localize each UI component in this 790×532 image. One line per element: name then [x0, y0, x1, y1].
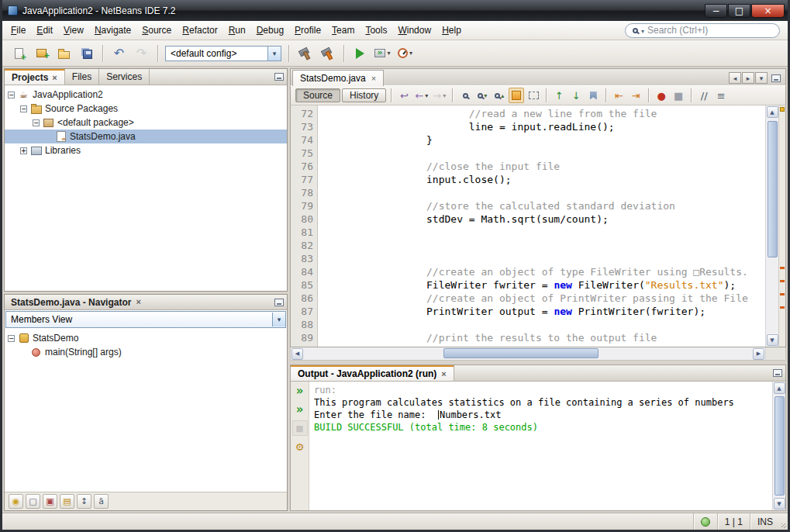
minimize-button[interactable]: −: [705, 4, 727, 18]
tab-output-run[interactable]: Output - JavaApplication2 (run): [291, 365, 454, 381]
tab-services[interactable]: Services: [99, 69, 150, 85]
tree-item-javaapplication2[interactable]: −JavaApplication2: [5, 88, 287, 102]
close-icon[interactable]: [441, 370, 446, 378]
maximize-button[interactable]: □: [728, 4, 750, 18]
forward-button[interactable]: →▾: [431, 88, 447, 103]
menu-tools[interactable]: Tools: [360, 22, 392, 39]
scroll-up-icon[interactable]: [767, 106, 778, 118]
format-code-button[interactable]: ≡: [713, 88, 729, 103]
tree-item-main-string-args[interactable]: main(String[] args): [5, 345, 287, 359]
resize-grip[interactable]: [780, 513, 788, 530]
scroll-left-icon[interactable]: [292, 348, 303, 360]
close-icon[interactable]: [52, 74, 57, 82]
search-input[interactable]: Search (Ctrl+I): [625, 23, 780, 38]
menu-view[interactable]: View: [58, 22, 89, 39]
expander-icon[interactable]: +: [20, 147, 27, 154]
scroll-tabs-left-button[interactable]: [729, 72, 741, 84]
code-editor[interactable]: 727374757677787980818283848586878889 //r…: [290, 105, 786, 347]
output-vertical-scrollbar[interactable]: [772, 382, 785, 510]
menu-team[interactable]: Team: [326, 22, 360, 39]
toggle-comment-button[interactable]: //: [696, 88, 712, 103]
chevron-down-icon[interactable]: ▾: [409, 50, 412, 57]
previous-bookmark-button[interactable]: ↑: [551, 88, 567, 103]
menu-edit[interactable]: Edit: [31, 22, 58, 39]
find-selection-button[interactable]: [457, 88, 473, 103]
tree-item-statsdemo-java[interactable]: StatsDemo.java: [5, 130, 287, 143]
scrollbar-thumb[interactable]: [768, 121, 778, 257]
show-non-public-button[interactable]: ▤: [60, 494, 74, 509]
menu-run[interactable]: Run: [223, 22, 251, 39]
tab-projects[interactable]: Projects: [5, 69, 65, 85]
tab-files[interactable]: Files: [65, 69, 99, 85]
scroll-tabs-right-button[interactable]: [742, 72, 754, 84]
stop-macro-recording-button[interactable]: ■: [671, 88, 686, 103]
run-project-button[interactable]: [350, 43, 371, 64]
clean-build-project-button[interactable]: [317, 43, 338, 64]
close-icon[interactable]: [371, 74, 376, 83]
back-button[interactable]: ←▾: [413, 88, 429, 103]
shift-line-left-button[interactable]: ⇤: [611, 88, 626, 103]
editor-horizontal-scrollbar[interactable]: [290, 347, 786, 361]
toggle-highlight-search-button[interactable]: [509, 88, 524, 103]
editor-vertical-scrollbar[interactable]: [765, 105, 778, 347]
rerun-button[interactable]: »: [292, 383, 308, 399]
rectangular-selection-button[interactable]: [526, 88, 541, 103]
scrollbar-thumb[interactable]: [774, 396, 785, 496]
redo-button[interactable]: ↷: [131, 43, 152, 64]
menu-profile[interactable]: Profile: [289, 22, 326, 39]
open-project-button[interactable]: [53, 43, 74, 64]
history-view-button[interactable]: History: [342, 88, 386, 102]
menu-source[interactable]: Source: [136, 22, 177, 39]
last-edit-position-button[interactable]: ↩: [396, 88, 412, 103]
close-icon[interactable]: [136, 298, 140, 306]
chevron-down-icon[interactable]: ▾: [387, 50, 390, 57]
minimize-panel-icon[interactable]: [274, 73, 284, 81]
status-notification[interactable]: [693, 513, 717, 530]
source-view-button[interactable]: Source: [295, 88, 340, 102]
ant-settings-button[interactable]: ⚙: [292, 439, 308, 454]
menu-help[interactable]: Help: [436, 22, 467, 39]
tree-item-source-packages[interactable]: −Source Packages: [5, 102, 287, 116]
menu-debug[interactable]: Debug: [251, 22, 289, 39]
chevron-down-icon[interactable]: [641, 25, 644, 36]
expander-icon[interactable]: −: [8, 92, 15, 98]
chevron-down-icon[interactable]: ▾: [443, 92, 446, 99]
tree-item-libraries[interactable]: +Libraries: [5, 143, 287, 157]
profile-project-button[interactable]: ▾: [395, 43, 416, 64]
debug-project-button[interactable]: ▾: [372, 43, 393, 64]
tree-item-statsdemo[interactable]: −StatsDemo: [5, 331, 287, 345]
show-inherited-button[interactable]: ◉: [9, 494, 23, 509]
navigator-tree[interactable]: −StatsDemomain(String[] args): [5, 329, 287, 492]
minimize-panel-icon[interactable]: [274, 299, 284, 306]
menu-refactor[interactable]: Refactor: [177, 22, 223, 39]
save-all-button[interactable]: [76, 43, 97, 64]
chevron-down-icon[interactable]: ▾: [425, 92, 428, 99]
scroll-up-icon[interactable]: [774, 382, 785, 394]
start-macro-recording-button[interactable]: ●: [654, 88, 669, 103]
menu-window[interactable]: Window: [392, 22, 436, 39]
next-bookmark-button[interactable]: ↓: [568, 88, 584, 103]
navigator-header[interactable]: StatsDemo.java - Navigator: [5, 295, 287, 310]
build-project-button[interactable]: [295, 43, 316, 64]
show-static-button[interactable]: ▣: [43, 494, 57, 509]
shift-line-right-button[interactable]: ⇥: [628, 88, 643, 103]
expander-icon[interactable]: −: [8, 335, 15, 342]
find-previous-occurrence-button[interactable]: ▴: [492, 88, 507, 103]
new-project-button[interactable]: [31, 43, 52, 64]
tab-statsdemo-java[interactable]: StatsDemo.java: [292, 70, 384, 86]
new-file-button[interactable]: [9, 43, 29, 64]
title-bar[interactable]: JavaApplication2 - NetBeans IDE 7.2 −□×: [2, 0, 788, 21]
scrollbar-thumb[interactable]: [443, 348, 599, 358]
scroll-right-icon[interactable]: [753, 348, 764, 360]
menu-file[interactable]: File: [5, 22, 31, 39]
chevron-down-icon[interactable]: ▾: [272, 313, 285, 326]
stop-build-button[interactable]: ■: [292, 420, 308, 436]
close-button[interactable]: ×: [751, 4, 785, 18]
toggle-bookmark-button[interactable]: [585, 88, 601, 103]
show-fields-button[interactable]: ▢: [26, 494, 40, 509]
rerun-with-options-button[interactable]: »: [292, 402, 308, 417]
expander-icon[interactable]: −: [33, 119, 40, 126]
tree-item-default-package[interactable]: −<default package>: [5, 116, 287, 130]
code-area[interactable]: //read a new line from the file line = i…: [318, 105, 765, 347]
output-console[interactable]: run:This program calculates statistics o…: [309, 382, 772, 510]
